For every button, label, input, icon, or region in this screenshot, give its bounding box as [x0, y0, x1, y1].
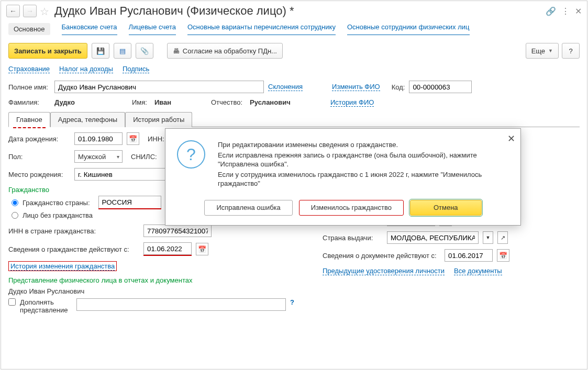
paperclip-icon: 📎 [140, 47, 149, 55]
link-icon[interactable]: 🔗 [546, 6, 556, 16]
nav-forward-button[interactable]: → [23, 5, 37, 17]
dialog-text-line3: Если у сотрудника изменилось гражданство… [218, 170, 506, 188]
dialog-cancel-label: Отмена [434, 204, 458, 211]
surname-label: Фамилия: [8, 98, 50, 106]
printer-icon: 🖶 [173, 47, 180, 55]
dialog-changed-button[interactable]: Изменилось гражданство [299, 200, 404, 216]
navtab-bank[interactable]: Банковские счета [62, 23, 117, 35]
patronymic-label: Отчество: [211, 98, 242, 106]
issuing-country-input[interactable] [387, 231, 479, 244]
patronymic-value: Русланович [250, 98, 291, 106]
fullname-input[interactable] [54, 81, 264, 93]
inn-country-label: ИНН в стране гражданства: [8, 227, 139, 235]
navtab-main[interactable]: Основное [8, 23, 50, 35]
supplement-label: Дополнять представление [20, 298, 72, 314]
link-previous-docs[interactable]: Предыдущие удостоверения личности [323, 267, 445, 275]
chevron-down-icon: ▼ [486, 235, 491, 240]
chevron-down-icon: ▼ [548, 48, 553, 53]
navtab-main-employees[interactable]: Основные сотрудники физических лиц [347, 23, 470, 35]
sex-label: Пол: [8, 153, 70, 161]
question-icon: ? [177, 140, 205, 169]
link-change-fio[interactable]: Изменить ФИО [332, 83, 380, 91]
dialog-fix-label: Исправлена ошибка [216, 204, 280, 211]
snils-label: СНИЛС: [131, 153, 157, 161]
sex-value: Мужской [78, 153, 106, 161]
attachment-button[interactable]: 📎 [136, 43, 153, 59]
link-declensions[interactable]: Склонения [268, 83, 303, 91]
more-button[interactable]: Еще ▼ [526, 43, 559, 59]
doc-from-input[interactable] [445, 249, 493, 262]
birth-date-calendar-button[interactable]: 📅 [127, 132, 139, 145]
consent-button[interactable]: 🖶 Согласие на обработку ПДн... [167, 43, 283, 59]
calendar-icon: 📅 [129, 135, 137, 143]
citizenship-change-dialog: ✕ ? При редактировании изменены сведения… [165, 128, 521, 226]
link-citizenship-history[interactable]: История изменения гражданства [10, 262, 115, 271]
calendar-icon: 📅 [499, 252, 507, 260]
representation-value: Дудко Иван Русланович [8, 287, 302, 295]
sex-select[interactable]: Мужской [74, 150, 123, 163]
dialog-cancel-button[interactable]: Отмена [410, 200, 482, 216]
link-fio-history[interactable]: История ФИО [330, 98, 374, 107]
issuing-country-open-button[interactable]: ↗ [497, 231, 508, 244]
tab-addresses[interactable]: Адреса, телефоны [50, 112, 126, 127]
no-citizenship-label: Лицо без гражданства [23, 211, 93, 219]
citizenship-country-radio[interactable] [12, 199, 18, 206]
citizenship-history-highlight: История изменения гражданства [8, 261, 117, 271]
dialog-changed-label: Изменилось гражданство [311, 204, 392, 211]
save-and-close-label: Записать и закрыть [14, 47, 82, 55]
help-icon: ? [569, 47, 572, 55]
more-vertical-icon[interactable]: ⋮ [561, 6, 570, 16]
favorite-star-icon[interactable]: ☆ [40, 5, 51, 17]
link-signature[interactable]: Подпись [123, 65, 149, 73]
supplement-input[interactable] [76, 298, 286, 311]
help-button[interactable]: ? [562, 43, 580, 59]
link-income-tax[interactable]: Налог на доходы [59, 65, 113, 73]
supplement-checkbox[interactable] [8, 298, 16, 306]
name-value: Иван [154, 98, 207, 106]
tab-work-history[interactable]: История работы [125, 112, 192, 127]
save-button[interactable]: 💾 [92, 43, 109, 59]
citizenship-from-calendar-button[interactable]: 📅 [196, 243, 208, 255]
supplement-help-icon[interactable]: ? [290, 298, 294, 306]
code-input[interactable] [409, 81, 472, 93]
navtab-transfer-variants[interactable]: Основные варианты перечисления сотрудник… [187, 23, 336, 35]
citizenship-country-label: Гражданство страны: [23, 199, 90, 207]
fullname-label: Полное имя: [8, 83, 50, 91]
code-label: Код: [392, 83, 405, 91]
document-icon: ▤ [119, 47, 126, 55]
doc-from-calendar-button[interactable]: 📅 [497, 249, 509, 262]
citizenship-from-label: Сведения о гражданстве действуют с: [8, 245, 139, 253]
document-button[interactable]: ▤ [114, 43, 131, 59]
representation-header: Представление физического лица в отчетах… [8, 276, 302, 284]
issuing-country-label: Страна выдачи: [323, 234, 383, 242]
birthplace-label: Место рождения: [8, 171, 70, 178]
consent-label: Согласие на обработку ПДн... [183, 47, 277, 55]
no-citizenship-radio[interactable] [12, 212, 18, 219]
window-title: Дудко Иван Русланович (Физическое лицо) … [54, 4, 294, 18]
tab-main-label: Главное [16, 116, 42, 124]
dialog-text-line2: Если исправлена прежняя запись о граждан… [218, 151, 506, 169]
open-icon: ↗ [501, 234, 505, 241]
surname-value: Дудко [54, 98, 128, 106]
doc-from-label: Сведения о документе действуют с: [323, 252, 440, 260]
inn-label: ИНН: [148, 135, 164, 143]
birth-date-input[interactable] [74, 132, 123, 145]
citizenship-from-input[interactable] [143, 242, 192, 255]
save-icon: 💾 [96, 47, 105, 55]
tab-main[interactable]: Главное [8, 112, 50, 127]
link-insurance[interactable]: Страхование [8, 65, 50, 73]
dialog-close-button[interactable]: ✕ [507, 133, 515, 144]
issuing-country-dropdown-button[interactable]: ▼ [483, 231, 493, 244]
active-tab-underline [13, 127, 46, 128]
nav-back-button[interactable]: ← [6, 5, 20, 17]
calendar-icon: 📅 [198, 245, 206, 253]
link-all-docs[interactable]: Все документы [454, 267, 502, 275]
save-and-close-button[interactable]: Записать и закрыть [8, 43, 87, 59]
inn-country-input[interactable] [143, 225, 212, 237]
close-icon[interactable]: ✕ [575, 6, 582, 16]
more-label: Еще [531, 47, 545, 55]
dialog-fix-button[interactable]: Исправлена ошибка [204, 200, 292, 216]
citizenship-country-input[interactable] [98, 196, 161, 208]
name-label: Имя: [132, 98, 147, 106]
navtab-personal-accounts[interactable]: Лицевые счета [129, 23, 176, 35]
